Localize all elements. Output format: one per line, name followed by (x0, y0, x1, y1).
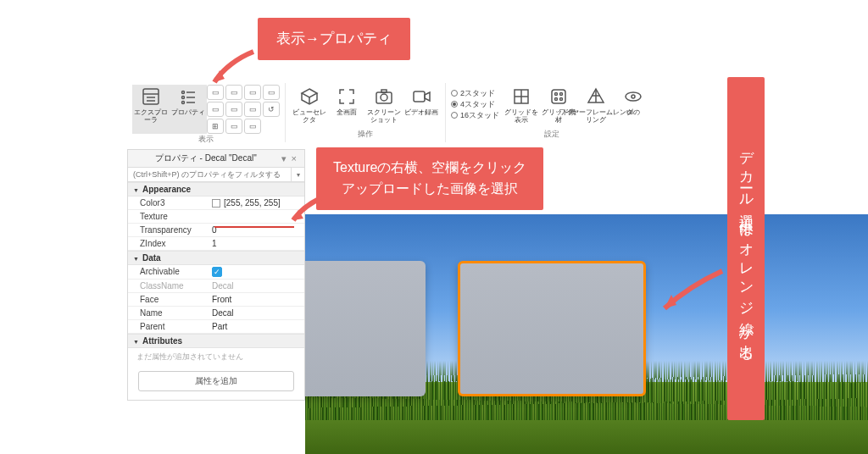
ribbon-group-ops: ビューセレクタ 全画面 スクリーンショット ビデオ録画 操作 (286, 83, 446, 142)
svg-point-8 (182, 102, 185, 104)
filter-dropdown-icon[interactable]: ▾ (291, 168, 304, 181)
archivable-checkbox[interactable]: ✓ (212, 267, 222, 277)
mini-btn-3[interactable]: ▭ (244, 85, 261, 100)
section-data[interactable]: Data (128, 251, 304, 265)
color-swatch[interactable] (212, 199, 220, 208)
svg-marker-10 (302, 89, 317, 97)
svg-point-13 (381, 94, 387, 101)
video-rec-button[interactable]: ビデオ録画 (403, 85, 440, 125)
stud-16[interactable]: 16スタッド (451, 110, 499, 121)
section-appearance[interactable]: Appearance (128, 182, 304, 197)
svg-marker-30 (214, 70, 225, 82)
prop-face[interactable]: Face Front (128, 293, 304, 307)
eye-icon (622, 86, 644, 108)
svg-rect-20 (552, 90, 565, 103)
ribbon-group-view: エクスプローラ プロパティ ▭ ▭ ▭ ▭ ▭ ▭ ▭ ↺ ⊞ (127, 83, 286, 142)
screenshot-button[interactable]: スクリーンショット (365, 85, 403, 125)
stud-2[interactable]: 2スタッド (451, 88, 499, 99)
mini-btn-11[interactable]: ▭ (244, 119, 261, 134)
grid-material-icon (548, 86, 570, 108)
mini-btn-6[interactable]: ▭ (225, 102, 242, 117)
prop-zindex[interactable]: ZIndex 1 (128, 237, 304, 251)
prop-color3[interactable]: Color3 [255, 255, 255] (128, 197, 304, 210)
callout-mid: Textureの右横、空欄をクリック アップロードした画像を選択 (316, 147, 543, 210)
properties-filter: ▾ (128, 168, 304, 182)
video-rec-label: ビデオ録画 (402, 109, 441, 117)
screenshot-label: スクリーンショット (364, 109, 403, 125)
mini-btn-1[interactable]: ▭ (207, 85, 224, 100)
properties-title-text: プロパティ - Decal "Decal" (133, 152, 279, 164)
fullscreen-button[interactable]: 全画面 (328, 85, 365, 125)
close-icon[interactable]: × (289, 153, 299, 163)
svg-marker-16 (425, 92, 430, 101)
mini-btn-7[interactable]: ▭ (244, 102, 261, 117)
ribbon-group-settings: 2スタッド 4スタッド 16スタッド グリッドを表示 グリッド素材 ワイヤーフレ… (446, 83, 657, 142)
stud-size-radios: 2スタッド 4スタッド 16スタッド (451, 85, 503, 125)
view-mini-buttons: ▭ ▭ ▭ ▭ ▭ ▭ ▭ ↺ ⊞ ▭ ▭ (207, 85, 280, 134)
stud-4[interactable]: 4スタッド (451, 99, 499, 110)
view-selector-label: ビューセレクタ (290, 109, 329, 125)
prop-archivable[interactable]: Archivable ✓ (128, 265, 304, 280)
ui-vis-button[interactable]: UIの (615, 85, 652, 125)
callout-mid-line1: Textureの右横、空欄をクリック (333, 158, 526, 179)
ui-vis-label: UIの (614, 109, 653, 117)
mini-btn-2[interactable]: ▭ (225, 85, 242, 100)
cube-icon (298, 86, 320, 108)
properties-filter-input[interactable] (128, 168, 291, 181)
svg-point-6 (182, 97, 185, 99)
prop-texture-value[interactable] (209, 210, 304, 223)
mini-btn-8[interactable]: ↺ (263, 102, 280, 117)
show-grid-button[interactable]: グリッドを表示 (503, 85, 540, 125)
mini-btn-4[interactable]: ▭ (263, 85, 280, 100)
prop-classname: ClassName Decal (128, 280, 304, 293)
svg-rect-14 (381, 90, 387, 92)
viewport-3d[interactable] (305, 214, 868, 454)
fullscreen-icon (336, 86, 358, 108)
group-settings-title: 設定 (451, 129, 652, 141)
grid-icon (510, 86, 532, 108)
svg-rect-0 (143, 89, 159, 104)
wireframe-icon (585, 86, 607, 108)
fullscreen-label: 全画面 (327, 109, 366, 117)
svg-point-4 (182, 91, 185, 94)
svg-point-22 (560, 93, 563, 96)
show-grid-label: グリッドを表示 (502, 109, 541, 125)
properties-icon (177, 86, 199, 108)
undock-icon[interactable]: ▾ (279, 153, 289, 164)
properties-panel: プロパティ - Decal "Decal" ▾ × ▾ Appearance C… (127, 149, 305, 401)
svg-rect-15 (414, 91, 425, 102)
part-unselected[interactable] (305, 261, 426, 396)
mini-btn-5[interactable]: ▭ (207, 102, 224, 117)
section-attributes[interactable]: Attributes (128, 334, 304, 348)
part-selected[interactable] (458, 261, 646, 396)
svg-point-23 (555, 98, 558, 101)
prop-name[interactable]: Name Decal (128, 307, 304, 320)
camera-icon (373, 86, 395, 108)
prop-parent[interactable]: Parent Part (128, 320, 304, 334)
group-view-title: 表示 (132, 134, 280, 146)
view-selector-button[interactable]: ビューセレクタ (291, 85, 328, 125)
properties-button[interactable]: プロパティ (170, 85, 207, 134)
explorer-icon (140, 86, 162, 108)
mini-btn-10[interactable]: ▭ (225, 119, 242, 134)
add-attribute-button[interactable]: 属性を追加 (138, 371, 294, 391)
svg-point-24 (560, 98, 563, 101)
callout-top: 表示→プロパティ (258, 18, 410, 60)
properties-titlebar[interactable]: プロパティ - Decal "Decal" ▾ × (128, 150, 304, 168)
explorer-label: エクスプローラ (131, 109, 170, 125)
wireframe-button[interactable]: ワイヤーフレームレンダリング (577, 85, 615, 125)
svg-point-28 (626, 92, 641, 101)
prop-texture[interactable]: Texture (128, 210, 304, 224)
svg-point-21 (555, 93, 558, 96)
group-ops-title: 操作 (291, 129, 440, 141)
callout-side: デカール選択中はオレンジ線が出る (727, 77, 765, 420)
texture-highlight-underline (214, 226, 294, 228)
properties-label: プロパティ (169, 109, 208, 117)
svg-point-29 (632, 95, 635, 98)
explorer-button[interactable]: エクスプローラ (132, 85, 170, 134)
callout-mid-line2: アップロードした画像を選択 (333, 179, 526, 200)
attributes-empty-note: まだ属性が追加されていません (128, 348, 304, 366)
video-icon (410, 86, 432, 108)
mini-btn-9[interactable]: ⊞ (207, 119, 224, 134)
